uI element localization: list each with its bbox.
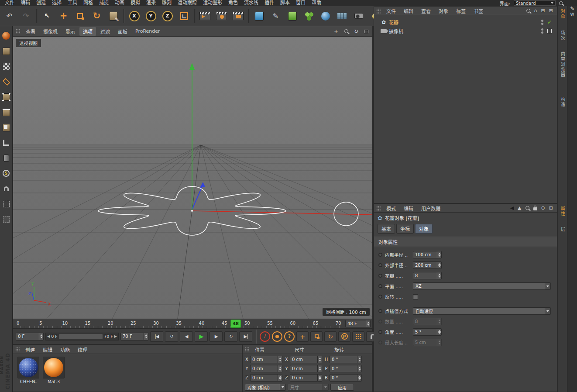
fields-button[interactable] bbox=[334, 7, 350, 25]
keyframe-selection-button[interactable]: ? bbox=[284, 331, 295, 342]
keyframe-dot-icon[interactable] bbox=[378, 253, 382, 257]
tab-basic[interactable]: 基本 bbox=[378, 224, 395, 234]
coordinate-input[interactable]: 0 cm bbox=[250, 374, 282, 382]
next-key-button[interactable]: ↻ bbox=[224, 331, 237, 342]
search-icon[interactable] bbox=[526, 9, 530, 13]
stepper-icon[interactable] bbox=[317, 365, 322, 372]
timeline-ruler[interactable]: 0510152025303540455055606570 48 48 F bbox=[13, 319, 372, 328]
render-settings-button[interactable] bbox=[230, 7, 246, 25]
edit-palette-icon[interactable]: ✎ bbox=[570, 6, 574, 11]
ruler-tick[interactable]: 35 bbox=[176, 321, 182, 326]
coordinate-input[interactable]: 0 cm bbox=[290, 356, 322, 363]
viewport-menu-cameras[interactable]: 摄像机 bbox=[40, 27, 61, 36]
material-menu-function[interactable]: 功能 bbox=[57, 346, 73, 354]
panel-grip-icon[interactable] bbox=[245, 347, 249, 352]
keyframe-dot-icon[interactable] bbox=[378, 263, 382, 267]
material-menu-create[interactable]: 创建 bbox=[22, 346, 38, 354]
workplane-mode-button[interactable] bbox=[1, 76, 11, 87]
ruler-tick[interactable]: 0 bbox=[17, 321, 19, 326]
menu-item[interactable]: 雕刻 bbox=[159, 0, 175, 6]
solo-mode-button[interactable] bbox=[1, 153, 11, 163]
tab-content-browser[interactable]: 内容浏览器 bbox=[558, 52, 567, 78]
coordinate-input[interactable]: 0 ° bbox=[330, 365, 362, 372]
convert-editable-button[interactable] bbox=[1, 31, 11, 41]
lock-icon[interactable] bbox=[533, 207, 537, 210]
panel-grip-icon[interactable] bbox=[376, 206, 381, 211]
lock-x-button[interactable]: X bbox=[126, 7, 142, 25]
maximize-view-icon[interactable] bbox=[363, 28, 370, 34]
range-right-arrow-icon[interactable]: ▶ bbox=[114, 334, 117, 338]
lock-z-button[interactable]: Z bbox=[159, 7, 175, 25]
keyframe-dot-icon[interactable] bbox=[378, 284, 382, 288]
expand-icon[interactable]: ⊞ bbox=[549, 8, 553, 13]
keyframe-dot-icon[interactable] bbox=[378, 330, 382, 334]
collapse-icon[interactable]: ⊟ bbox=[541, 8, 545, 13]
material-item[interactable]: Mat.3 bbox=[42, 357, 65, 384]
object-name[interactable]: 摄像机 bbox=[389, 28, 403, 34]
ruler-tick[interactable]: 20 bbox=[108, 321, 113, 326]
stepper-icon[interactable] bbox=[317, 356, 322, 363]
record-parameter-button[interactable]: P bbox=[338, 331, 350, 342]
petal-count-input[interactable]: 8 bbox=[413, 272, 442, 279]
current-frame-field[interactable]: 48 F bbox=[345, 320, 371, 327]
viewport-menu-filter[interactable]: 过滤 bbox=[97, 27, 113, 36]
coordinate-system-button[interactable] bbox=[176, 7, 192, 25]
menu-item[interactable]: 渲染 bbox=[143, 0, 159, 6]
menu-item[interactable]: 编辑 bbox=[17, 0, 33, 6]
interface-dropdown[interactable]: Standard bbox=[514, 0, 556, 6]
outer-radius-input[interactable]: 200 cm bbox=[413, 261, 442, 269]
coordinate-input[interactable]: 0 cm bbox=[290, 374, 322, 382]
stepper-icon[interactable] bbox=[357, 356, 361, 363]
menu-item[interactable]: 捕捉 bbox=[96, 0, 112, 6]
range-end-field[interactable]: 70 F bbox=[120, 333, 148, 340]
material-name[interactable]: CHEEN- bbox=[20, 379, 37, 384]
stepper-icon[interactable] bbox=[437, 272, 441, 279]
plane-dropdown[interactable]: XZ bbox=[413, 282, 551, 290]
tab-structure[interactable]: 构造 bbox=[558, 97, 567, 107]
ruler-tick[interactable]: 55 bbox=[267, 321, 273, 326]
ruler-tick[interactable]: 50 bbox=[244, 321, 250, 326]
ruler-tick[interactable]: 25 bbox=[131, 321, 136, 326]
ruler-tick[interactable]: 60 bbox=[290, 321, 295, 326]
coordinate-input[interactable]: 0 ° bbox=[330, 374, 362, 382]
menu-item[interactable]: 插件 bbox=[261, 0, 277, 6]
generators-button[interactable] bbox=[284, 7, 300, 25]
timeline-playhead[interactable]: 48 bbox=[230, 320, 241, 328]
tab-objects[interactable]: 对象 bbox=[558, 9, 567, 19]
object-name[interactable]: 花瓣 bbox=[389, 19, 398, 26]
workplane-lock-button[interactable] bbox=[1, 214, 11, 224]
tab-takes[interactable]: 场次 bbox=[558, 31, 567, 41]
magnet-snap-button[interactable] bbox=[1, 183, 11, 194]
undo-button[interactable]: ↶ bbox=[1, 7, 17, 25]
ruler-tick[interactable]: 15 bbox=[85, 321, 91, 326]
om-menu-tags[interactable]: 标签 bbox=[453, 7, 469, 15]
coordinate-mode-dropdown[interactable]: 对象 (相对) bbox=[245, 384, 286, 391]
material-menu-texture[interactable]: 纹理 bbox=[74, 346, 91, 354]
ruler-tick[interactable]: 65 bbox=[313, 321, 319, 326]
menu-item[interactable]: 工具 bbox=[65, 0, 80, 6]
object-row-petal[interactable]: ✿ 花瓣 ✓ bbox=[376, 18, 557, 27]
viewport-canvas[interactable]: YZX 透视视图 网格间距 : 100 cm bbox=[13, 37, 372, 319]
am-menu-userdata[interactable]: 用户数据 bbox=[418, 204, 444, 212]
viewport-menu-display[interactable]: 显示 bbox=[62, 27, 79, 36]
om-menu-objects[interactable]: 对象 bbox=[435, 7, 452, 15]
menu-item[interactable]: 文件 bbox=[2, 0, 17, 6]
record-pla-button[interactable] bbox=[352, 331, 364, 342]
ruler-tick[interactable]: 70 bbox=[336, 321, 341, 326]
view-label[interactable]: 透视视图 bbox=[16, 39, 41, 47]
stepper-icon[interactable] bbox=[437, 262, 441, 268]
camera-view-toggle-icon[interactable] bbox=[547, 29, 552, 33]
material-preview-sphere[interactable] bbox=[17, 357, 39, 378]
render-picture-viewer-button[interactable] bbox=[213, 7, 230, 25]
coordinate-input[interactable]: 0 ° bbox=[330, 356, 362, 363]
make-editable-button[interactable]: ✎ bbox=[105, 7, 121, 25]
keyframe-dot-icon[interactable] bbox=[378, 295, 382, 299]
ruler-tick[interactable]: 45 bbox=[222, 321, 227, 326]
visibility-dots-icon[interactable] bbox=[541, 20, 543, 25]
menu-item[interactable]: 创建 bbox=[33, 0, 49, 6]
search-icon[interactable] bbox=[559, 1, 563, 5]
polygons-mode-button[interactable] bbox=[1, 122, 11, 133]
ruler-tick[interactable]: 10 bbox=[62, 321, 68, 326]
lock-y-button[interactable]: Y bbox=[143, 7, 159, 25]
nav-up-icon[interactable]: ▲ bbox=[518, 206, 521, 210]
